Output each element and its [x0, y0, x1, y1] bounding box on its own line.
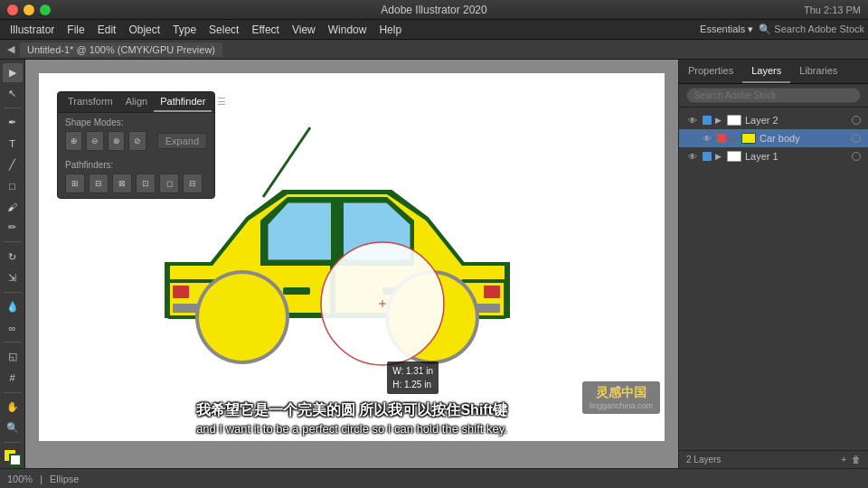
menu-illustrator[interactable]: Illustrator	[4, 22, 61, 38]
pen-tool[interactable]: ✒	[3, 113, 23, 132]
mesh-tool[interactable]: #	[3, 368, 23, 387]
eyedropper-tool[interactable]: 💧	[3, 297, 23, 316]
pencil-tool[interactable]: ✏	[3, 218, 23, 237]
layer-1-expand-icon[interactable]: ▶	[715, 152, 722, 161]
layers-tab[interactable]: Layers	[742, 60, 790, 83]
layer-1-item[interactable]: 👁 ▶ Layer 1	[679, 147, 868, 165]
search-input[interactable]	[686, 88, 861, 103]
menu-select[interactable]: Select	[203, 22, 245, 38]
search-stock-icon[interactable]: 🔍 Search Adobe Stock	[759, 23, 864, 35]
tool-separator-2	[4, 241, 22, 242]
hand-tool[interactable]: ✋	[3, 397, 23, 416]
color-boxes[interactable]	[4, 449, 22, 466]
pathfinder-buttons: ⊞ ⊟ ⊠ ⊡ ◻ ⊟	[65, 174, 207, 193]
layer-2-visibility-icon[interactable]: 👁	[686, 114, 699, 127]
shape-modes-section: Shape Modes: ⊕ ⊖ ⊗ ⊘ Expand	[58, 113, 214, 155]
layer-2-target[interactable]	[852, 116, 861, 125]
select-tool[interactable]: ▶	[3, 63, 23, 82]
essentials-label[interactable]: Essentials ▾	[700, 23, 753, 35]
menu-effect[interactable]: Effect	[245, 22, 285, 38]
stroke-color[interactable]	[9, 454, 22, 466]
libraries-tab[interactable]: Libraries	[790, 60, 846, 83]
scale-tool[interactable]: ⇲	[3, 268, 23, 287]
layer-1-target[interactable]	[852, 152, 861, 161]
time-display: Thu 2:13 PM	[804, 5, 861, 15]
layer-actions: + 🗑	[841, 455, 861, 465]
crop-btn[interactable]: ⊡	[136, 174, 156, 193]
pathfinder-tab[interactable]: Pathfinder	[154, 92, 212, 112]
layer-2-thumbnail	[727, 115, 741, 126]
layer-2-expand-icon[interactable]: ▶	[715, 116, 722, 125]
menu-window[interactable]: Window	[322, 22, 373, 38]
transform-tab[interactable]: Transform	[61, 92, 119, 112]
delete-layer-icon[interactable]: 🗑	[852, 455, 861, 465]
pathfinders-label: Pathfinders:	[65, 160, 207, 170]
app-title: Adobe Illustrator 2020	[381, 4, 486, 16]
menu-help[interactable]: Help	[373, 22, 408, 38]
left-toolbar: ▶ ↖ ✒ T ╱ □ 🖌 ✏ ↻ ⇲ 💧 ∞ ◱ # ✋ 🔍	[0, 60, 25, 468]
dimension-tooltip: W: 1.31 in H: 1.25 in	[387, 361, 439, 394]
intersect-btn[interactable]: ⊗	[108, 131, 125, 151]
menu-edit[interactable]: Edit	[91, 22, 123, 38]
merge-btn[interactable]: ⊠	[112, 174, 132, 193]
document-tab[interactable]: Untitled-1* @ 100% (CMYK/GPU Preview)	[20, 42, 222, 57]
layer-2-item[interactable]: 👁 ▶ Layer 2	[679, 111, 868, 129]
layer-2-color	[703, 116, 712, 125]
watermark: 灵感中国 lingganchina.com	[582, 381, 660, 414]
car-body-visibility-icon[interactable]: 👁	[701, 132, 713, 145]
panel-menu-icon[interactable]: ☰	[212, 92, 231, 112]
car-body-item[interactable]: 👁 ▶ Car body	[679, 129, 868, 147]
watermark-cn-name: 灵感中国	[590, 385, 653, 401]
properties-tab[interactable]: Properties	[679, 60, 742, 83]
menu-object[interactable]: Object	[122, 22, 166, 38]
right-panel-tabs: Properties Layers Libraries	[679, 60, 868, 84]
minus-front-btn[interactable]: ⊖	[86, 131, 103, 151]
zoom-tool[interactable]: 🔍	[3, 418, 23, 437]
paintbrush-tool[interactable]: 🖌	[3, 197, 23, 216]
watermark-logo: 灵感中国 lingganchina.com	[582, 381, 660, 414]
add-layer-icon[interactable]: +	[841, 455, 846, 465]
exclude-btn[interactable]: ⊘	[128, 131, 146, 151]
minimize-button[interactable]	[24, 5, 34, 15]
back-arrow-icon[interactable]: ◀	[7, 43, 14, 55]
tab-bar: ◀ Untitled-1* @ 100% (CMYK/GPU Preview)	[0, 40, 868, 60]
gradient-tool[interactable]: ◱	[3, 347, 23, 366]
svg-rect-5	[173, 286, 189, 298]
line-tool[interactable]: ╱	[3, 155, 23, 174]
svg-line-14	[263, 127, 310, 197]
car-body-color	[717, 134, 726, 143]
watermark-url: lingganchina.com	[590, 401, 653, 410]
align-tab[interactable]: Align	[119, 92, 154, 112]
expand-btn[interactable]: Expand	[157, 133, 207, 149]
unite-btn[interactable]: ⊕	[65, 131, 82, 151]
type-tool[interactable]: T	[3, 135, 23, 154]
zoom-level[interactable]: 100%	[7, 474, 33, 484]
canvas-white: Transform Align Pathfinder ☰ Shape Modes…	[39, 73, 665, 441]
rectangle-tool[interactable]: □	[3, 176, 23, 195]
outline-btn[interactable]: ◻	[159, 174, 179, 193]
blend-tool[interactable]: ∞	[3, 318, 23, 337]
close-button[interactable]	[7, 5, 18, 15]
trim-btn[interactable]: ⊟	[89, 174, 108, 193]
tool-separator-1	[4, 108, 22, 108]
menu-file[interactable]: File	[61, 22, 90, 38]
car-body-target[interactable]	[852, 134, 861, 143]
tool-separator-3	[4, 292, 22, 293]
right-panel: Properties Layers Libraries 👁 ▶ Layer 2 …	[678, 60, 868, 468]
rotate-tool[interactable]: ↻	[3, 247, 23, 266]
minus-back-btn[interactable]: ⊟	[183, 174, 203, 193]
direct-select-tool[interactable]: ↖	[3, 84, 23, 103]
layer-1-color	[703, 152, 712, 161]
maximize-button[interactable]	[40, 5, 51, 15]
bottom-bar: 100% | Ellipse	[0, 468, 868, 488]
menu-type[interactable]: Type	[166, 22, 203, 38]
menu-view[interactable]: View	[286, 22, 322, 38]
car-body-expand-icon[interactable]: ▶	[730, 134, 736, 143]
svg-rect-8	[484, 286, 500, 298]
divide-btn[interactable]: ⊞	[65, 174, 85, 193]
pathfinder-panel: Transform Align Pathfinder ☰ Shape Modes…	[57, 91, 215, 199]
layer-1-visibility-icon[interactable]: 👁	[686, 150, 699, 163]
shape-modes-label: Shape Modes:	[65, 117, 207, 127]
search-area[interactable]	[679, 84, 868, 108]
canvas-area[interactable]: Transform Align Pathfinder ☰ Shape Modes…	[25, 60, 678, 468]
